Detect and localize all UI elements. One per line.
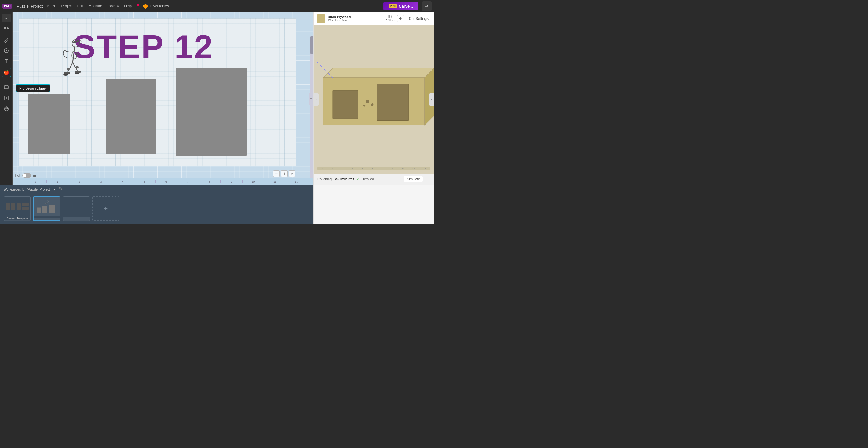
mm-label: mm	[33, 174, 38, 177]
text-button[interactable]: T	[1, 57, 11, 66]
canvas-area[interactable]: STEP 12	[13, 12, 313, 185]
zoom-controls: − + ⌂	[273, 170, 296, 177]
zoom-out-button[interactable]: −	[273, 170, 280, 177]
svg-rect-33	[42, 206, 47, 213]
gray-rect-1[interactable]	[28, 94, 70, 154]
shapes-button[interactable]	[1, 24, 11, 34]
svg-rect-17	[75, 70, 81, 73]
bit-info: Bit 1/8 in	[386, 15, 395, 22]
collapse-toolbar-button[interactable]: ▲	[1, 14, 11, 22]
3d-preview-svg	[314, 27, 434, 160]
svg-line-12	[4, 108, 6, 109]
bottom-panel: Workpieces for "Puzzle_Project" ▾ ? Gene…	[0, 185, 434, 224]
right-panel: Birch Plywood 12 × 8 × 0.5 in Bit 1/8 in…	[313, 12, 434, 185]
nav-help[interactable]: Help	[124, 4, 132, 8]
inventables-logo-icon: 🔶	[143, 3, 149, 9]
roughing-time: <30 minutes	[335, 177, 354, 181]
workpiece-label-1: Generic Template	[4, 216, 30, 220]
pen-button[interactable]	[1, 35, 11, 44]
gray-rect-2[interactable]	[106, 79, 156, 154]
main-layout: ▲ T 🍎	[0, 12, 434, 185]
svg-line-13	[6, 108, 8, 109]
bit-value[interactable]: 1/8 in	[386, 19, 395, 22]
ruler-4: 4	[112, 180, 133, 183]
workpiece-item-1[interactable]: Generic Template	[4, 196, 31, 221]
pro-badge: PRO	[389, 4, 397, 8]
toolbar-divider	[3, 80, 10, 80]
bit-label: Bit	[386, 15, 395, 19]
ruler-bottom: 0 1 2 3 4 5 6 7 8 9 10 11 1...	[13, 178, 313, 185]
svg-point-29	[364, 104, 365, 107]
bottom-right-panel	[313, 185, 434, 224]
svg-marker-22	[323, 68, 434, 78]
svg-rect-26	[377, 84, 409, 121]
svg-rect-25	[333, 90, 358, 119]
cube-button[interactable]	[1, 104, 11, 114]
svg-rect-8	[4, 86, 8, 89]
material-info: Birch Plywood 12 × 8 × 0.5 in	[328, 15, 384, 22]
carve-button[interactable]: PRO Carve...	[383, 2, 418, 10]
workpieces-list: Generic Template	[0, 193, 313, 224]
check-icon: ✓	[356, 177, 359, 181]
svg-point-19	[67, 67, 70, 70]
svg-point-20	[76, 66, 79, 68]
gray-rect-3[interactable]	[176, 68, 247, 155]
collapse-preview-button[interactable]: ‹	[429, 93, 434, 106]
more-options-button[interactable]: ⋮	[426, 176, 430, 182]
expand-button[interactable]: ⇔	[422, 1, 432, 11]
dropdown-arrow-icon[interactable]: ▾	[53, 4, 55, 8]
nav-toolbox[interactable]: Toolbox	[107, 4, 119, 8]
workpiece-item-2[interactable]	[33, 196, 60, 221]
logo: PRO	[2, 4, 12, 9]
workpieces-title: Workpieces for "Puzzle_Project"	[4, 187, 51, 191]
material-dims: 12 × 8 × 0.5 in	[328, 19, 384, 22]
add-bit-button[interactable]: +	[397, 15, 404, 22]
workpieces-panel: Workpieces for "Puzzle_Project" ▾ ? Gene…	[0, 185, 313, 224]
nav-edit[interactable]: Edit	[78, 4, 84, 8]
simulate-button[interactable]: Simulate	[404, 176, 423, 182]
zoom-home-button[interactable]: ⌂	[289, 170, 296, 177]
nav-machine[interactable]: Machine	[88, 4, 102, 8]
workpiece-item-3[interactable]	[63, 196, 90, 221]
collapse-left-panel-button[interactable]: ‹‹	[309, 93, 313, 104]
carve-label: Carve...	[399, 4, 413, 8]
ruler-10: 10	[242, 180, 264, 183]
svg-point-27	[366, 100, 369, 103]
nav-project[interactable]: Project	[61, 4, 72, 8]
sim-controls: Roughing: <30 minutes ✓ Detailed Simulat…	[314, 174, 434, 185]
workpieces-dropdown-icon[interactable]: ▾	[53, 187, 55, 191]
workpiece-label-2	[34, 216, 60, 218]
zoom-in-button[interactable]: +	[281, 170, 287, 177]
inventables-link[interactable]: 🔶 Inventables	[143, 3, 169, 9]
svg-marker-1	[7, 27, 9, 29]
inventables-label: Inventables	[150, 4, 169, 8]
material-swatch	[317, 14, 325, 23]
detailed-label: Detailed	[362, 177, 374, 181]
svg-rect-15	[64, 72, 70, 74]
collapse-right-button[interactable]: ›	[314, 93, 318, 106]
left-toolbar: ▲ T 🍎	[0, 12, 13, 185]
unit-controls: inch mm	[15, 173, 38, 178]
work-area: STEP 12	[19, 18, 296, 166]
cut-settings-button[interactable]: Cut Settings	[407, 16, 431, 22]
add-workpiece-button[interactable]: +	[92, 196, 119, 221]
circle-target-button[interactable]	[1, 46, 11, 56]
nav-menu: Project Edit Machine Toolbox Help	[61, 4, 138, 8]
ruler-marks: 0 1 2 3 4 5 6 7 8 9 10 11 1...	[25, 180, 307, 183]
svg-rect-34	[49, 205, 55, 213]
scrollbar-thumb[interactable]	[310, 36, 313, 54]
ruler-8: 8	[198, 180, 220, 183]
svg-point-31	[47, 201, 48, 202]
material-name[interactable]: Birch Plywood	[328, 15, 384, 19]
scrollbar-track	[310, 36, 313, 182]
import-button[interactable]	[1, 93, 11, 103]
topbar: PRO Puzzle_Project ☆ ▾ Project Edit Mach…	[0, 0, 434, 12]
unit-toggle[interactable]	[22, 173, 31, 178]
ruler-0: 0	[25, 180, 46, 183]
svg-point-28	[371, 103, 373, 106]
workpieces-info-icon[interactable]: ?	[58, 187, 62, 191]
pro-library-button[interactable]: 🍎	[1, 67, 11, 77]
import-3d-button[interactable]	[1, 82, 11, 92]
3d-preview: › 1 2 3 4 5 6 7 8 9 10 11	[314, 25, 434, 174]
star-icon[interactable]: ☆	[46, 4, 50, 8]
